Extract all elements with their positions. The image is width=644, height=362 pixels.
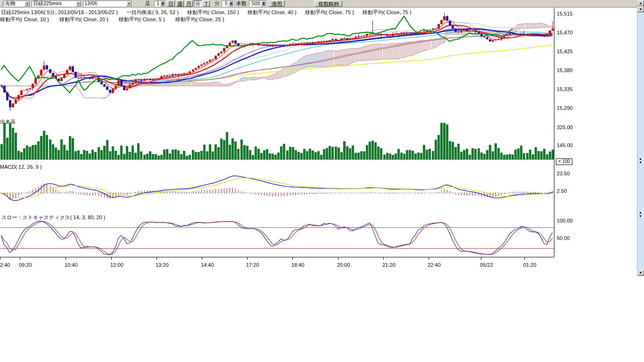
- symbol-select[interactable]: 日経225mini ▼: [32, 0, 82, 7]
- toolbar: 先物 ▼ 日経225mini ▼ 13/06 ▼ 足 1 日 週 月 分 T 分…: [0, 0, 644, 8]
- price-axis-label: 15,380: [557, 67, 573, 73]
- price-axis-label: 15,290: [557, 105, 573, 111]
- minutes-spinner[interactable]: 5: [222, 0, 233, 7]
- time-axis-label: 13:20: [156, 262, 169, 268]
- price-axis-label: 15,335: [557, 86, 573, 92]
- period-button-week[interactable]: 週: [176, 0, 184, 7]
- time-axis-label: 21:20: [382, 262, 396, 268]
- minutes-value: 5: [222, 1, 229, 6]
- panel-scale-down-icon[interactable]: ▼: [639, 161, 642, 164]
- scrollbar[interactable]: ▲ ▼ ▲ ▼ ▲ ▼ ▼: [637, 0, 644, 276]
- volume-axis-label: 325.00: [557, 124, 573, 130]
- legend-item-ma5: 移動平均( Close, 5 ): [119, 16, 165, 23]
- legend-item-ma75-a: 移動平均( Close, 75 ): [305, 9, 354, 16]
- panel-scale-up-icon[interactable]: ▲: [639, 211, 642, 214]
- contract-month-value: 13/06: [83, 1, 126, 6]
- macd-axis-label: 23.50: [557, 171, 570, 176]
- interval-value: 1: [155, 1, 160, 6]
- stoch-axis-label: 100.00: [557, 218, 573, 223]
- time-axis-label: 05/22: [480, 262, 493, 268]
- volume-axis-label: 145.00: [557, 142, 573, 148]
- price-axis-label: 15,515: [557, 11, 573, 16]
- chart-legend-row-1: 日経225mini 13/06( 5分, 2013/05/18 - 2013/0…: [1, 9, 412, 16]
- legend-item-ichimoku: 一目均衡表( 9, 26, 52 ): [126, 9, 179, 16]
- legend-item-ma40: 移動平均( Close, 40 ): [248, 9, 297, 16]
- toolbar-gripper[interactable]: [1, 1, 2, 6]
- volume-multiplier-badge: × 100: [556, 158, 572, 165]
- macd-panel-title: MACD( 12, 26, 9 ): [0, 164, 42, 170]
- time-axis-label: 22:40: [428, 262, 441, 268]
- time-axis-label: 01:20: [523, 262, 537, 268]
- period-button-month[interactable]: 月: [185, 0, 193, 7]
- chart-canvas[interactable]: [0, 0, 644, 264]
- symbol-value: 日経225mini: [32, 1, 76, 6]
- chart-legend-row-2: 移動平均( Close, 10 ) 移動平均( Close, 20 ) 移動平均…: [0, 16, 224, 23]
- dropdown-arrow-icon[interactable]: ▼: [76, 1, 81, 6]
- legend-item-ma10: 移動平均( Close, 10 ): [0, 16, 49, 23]
- category-select[interactable]: 先物 ▼: [4, 0, 30, 7]
- time-axis-label: 14:40: [201, 262, 214, 268]
- price-axis-label: 15,470: [557, 30, 573, 35]
- macd-axis-label: 2.50: [557, 188, 567, 194]
- spinner-arrows-icon[interactable]: [229, 1, 233, 6]
- time-axis-label: 18:40: [291, 262, 305, 268]
- time-axis-label: 17:20: [246, 262, 259, 268]
- apply-button[interactable]: 適用: [269, 0, 285, 7]
- scroll-up-icon[interactable]: ▲: [637, 0, 644, 6]
- bar-count-spinner[interactable]: 500: [249, 0, 266, 7]
- spinner-arrows-icon[interactable]: [261, 1, 265, 6]
- category-value: 先物: [4, 1, 25, 6]
- bar-type-label: 足: [145, 1, 150, 6]
- volume-panel-title: 出来高: [0, 118, 16, 125]
- price-axis-label: 15,425: [557, 49, 573, 54]
- time-axis-label: 09:20: [19, 262, 32, 268]
- dropdown-arrow-icon[interactable]: ▼: [126, 1, 132, 6]
- time-axis-label: 12:00: [110, 262, 124, 268]
- chart-title: 日経225mini 13/06( 5分, 2013/05/18 - 2013/0…: [1, 9, 118, 16]
- stochastics-panel-title: スロー・ストキャスティクス( 14, 3, 80, 20 ): [1, 214, 105, 221]
- panel-scale-down-icon[interactable]: ▼: [639, 214, 642, 218]
- legend-item-ma150: 移動平均( Close, 150 ): [187, 9, 239, 16]
- period-button-minute[interactable]: 分: [194, 0, 202, 7]
- multi-symbol-button[interactable]: 複数銘柄: [315, 0, 342, 7]
- contract-month-select[interactable]: 13/06 ▼: [83, 0, 132, 7]
- legend-item-ma20: 移動平均( Close, 20 ): [59, 16, 108, 23]
- time-axis-label: 20:00: [337, 262, 350, 268]
- period-button-day[interactable]: 日: [167, 0, 175, 7]
- bar-count-label: 本数: [236, 1, 247, 6]
- panel-scale-up-icon[interactable]: ▲: [639, 157, 642, 160]
- stoch-axis-label: 50.00: [557, 235, 570, 241]
- scroll-down-icon[interactable]: ▼: [637, 7, 644, 12]
- dropdown-arrow-icon[interactable]: ▼: [25, 1, 30, 6]
- minute-unit-label: 分: [215, 1, 220, 6]
- legend-item-ma25: 移動平均( Close, 25 ): [175, 16, 224, 23]
- period-button-tick[interactable]: T: [203, 0, 210, 7]
- interval-spinner[interactable]: 1: [154, 0, 165, 7]
- legend-item-ma75-b: 移動平均( Close, 75 ): [363, 9, 412, 16]
- time-axis-label: 10:40: [65, 262, 78, 268]
- scroll-down-icon[interactable]: ▼: [637, 270, 644, 276]
- time-axis-label: 2:40: [0, 262, 10, 268]
- bar-count-value: 500: [249, 1, 261, 6]
- spinner-arrows-icon[interactable]: [160, 1, 165, 6]
